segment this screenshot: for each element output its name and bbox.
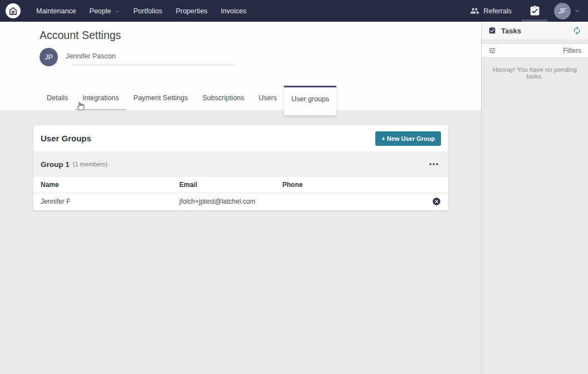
tab-subscriptions[interactable]: Subscriptions xyxy=(195,86,252,110)
tab-label: User groups xyxy=(291,95,329,103)
column-header-email: Email xyxy=(172,177,275,193)
table-row: Jennifer F jfolch+jptest@latchel.com xyxy=(33,193,448,210)
nav-item-people[interactable]: People xyxy=(90,7,120,15)
members-table: Name Email Phone Jennifer F jfolch+jptes… xyxy=(33,177,448,210)
column-header-name: Name xyxy=(33,177,172,193)
filters-label: Filters xyxy=(563,47,581,55)
tab-payment-settings[interactable]: Payment Settings xyxy=(126,86,195,110)
referrals-label: Referrals xyxy=(483,7,512,15)
home-logo-button[interactable] xyxy=(6,3,21,18)
profile-name: Jennifer Pascon xyxy=(66,52,116,60)
tab-label: Details xyxy=(47,94,68,102)
remove-member-button[interactable] xyxy=(432,197,448,206)
tab-label: Subscriptions xyxy=(203,94,244,102)
group-options-button[interactable] xyxy=(427,160,441,168)
nav-item-invoices[interactable]: Invoices xyxy=(221,7,247,15)
nav-menu: Maintenance People Portfolios Properties… xyxy=(36,7,246,15)
filters-bar[interactable]: Filters xyxy=(482,43,588,58)
account-settings-header: Account Settings JP Jennifer Pascon Deta… xyxy=(0,22,481,110)
group-header: Group 1 (1 members) xyxy=(33,151,448,177)
new-user-group-button[interactable]: + New User Group xyxy=(375,131,441,146)
nav-item-maintenance[interactable]: Maintenance xyxy=(36,7,76,15)
top-navbar: Maintenance People Portfolios Properties… xyxy=(0,0,588,22)
nav-item-portfolios[interactable]: Portfolios xyxy=(134,7,163,15)
nav-item-label: Maintenance xyxy=(36,7,76,15)
avatar-initials: JF xyxy=(558,7,566,15)
tasks-toggle-button[interactable] xyxy=(522,0,547,22)
tab-label: Integrations xyxy=(82,94,119,102)
refresh-tasks-button[interactable] xyxy=(572,26,581,35)
tab-user-groups[interactable]: User groups xyxy=(284,86,336,115)
nav-item-label: Portfolios xyxy=(134,7,163,15)
nav-item-label: People xyxy=(90,7,111,15)
column-header-phone: Phone xyxy=(275,177,425,193)
member-email: jfolch+jptest@latchel.com xyxy=(172,193,275,210)
group-members-count: (1 members) xyxy=(73,161,107,168)
avatar-initials: JP xyxy=(45,53,53,61)
group-name: Group 1 xyxy=(41,160,70,169)
tab-details[interactable]: Details xyxy=(40,86,75,110)
chevron-down-icon xyxy=(115,8,120,14)
member-name-link[interactable]: Jennifer F xyxy=(33,193,172,210)
nav-item-label: Invoices xyxy=(221,7,247,15)
user-groups-card: User Groups + New User Group Group 1 (1 … xyxy=(33,125,448,210)
sync-icon xyxy=(572,26,581,35)
clipboard-check-icon xyxy=(488,27,496,35)
home-icon xyxy=(8,6,18,16)
nav-item-label: Properties xyxy=(176,7,208,15)
profile-row: JP Jennifer Pascon xyxy=(40,48,116,66)
settings-tabs: Details Integrations Payment Settings Su… xyxy=(40,86,336,110)
tab-label: Users xyxy=(259,94,277,102)
people-icon xyxy=(470,6,479,16)
card-header: User Groups + New User Group xyxy=(33,125,448,151)
tune-sliders-icon xyxy=(488,47,496,55)
ellipsis-icon xyxy=(429,163,439,166)
navbar-right: Referrals JF xyxy=(470,0,588,22)
tab-integrations[interactable]: Integrations xyxy=(75,86,126,110)
tasks-panel-header: Tasks xyxy=(482,22,588,40)
tab-label: Payment Settings xyxy=(134,94,188,102)
tasks-empty-message: Hooray! You have no pending tasks. xyxy=(482,66,588,80)
tasks-panel-title: Tasks xyxy=(501,27,521,35)
user-avatar[interactable]: JF xyxy=(554,3,571,19)
column-header-actions xyxy=(425,177,448,193)
tab-users[interactable]: Users xyxy=(252,86,285,110)
clipboard-check-icon xyxy=(529,5,541,17)
profile-divider xyxy=(72,65,234,65)
member-phone xyxy=(275,193,425,210)
table-header-row: Name Email Phone xyxy=(33,177,448,193)
page-title: Account Settings xyxy=(40,29,121,42)
avatar: JP xyxy=(40,48,58,66)
tasks-panel: Tasks Filters Hooray! You have no pendin… xyxy=(481,22,588,374)
x-circle-icon xyxy=(432,197,441,206)
nav-item-properties[interactable]: Properties xyxy=(176,7,208,15)
referrals-button[interactable]: Referrals xyxy=(470,6,512,16)
active-panel-indicator xyxy=(522,19,547,22)
profile-menu-caret[interactable] xyxy=(574,8,580,14)
card-title: User Groups xyxy=(41,134,91,143)
